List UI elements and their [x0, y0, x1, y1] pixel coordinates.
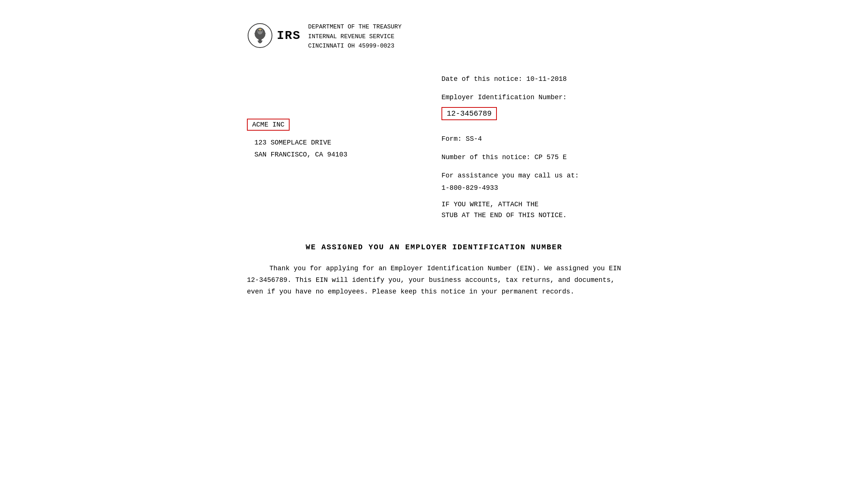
form-value: SS-4	[466, 135, 482, 143]
ein-value-box: 12-3456789	[441, 107, 497, 120]
notice-num-value: CP 575 E	[534, 153, 566, 161]
svg-rect-9	[259, 37, 262, 41]
address-line1: 123 SOMEPLACE DRIVE	[254, 137, 427, 149]
form-label: Form:	[441, 135, 462, 143]
ein-block: Employer Identification Number: 12-34567…	[441, 92, 621, 127]
svg-point-7	[259, 30, 260, 31]
write-line1: IF YOU WRITE, ATTACH THE	[441, 199, 621, 210]
svg-point-8	[261, 30, 262, 31]
form-block: Form: SS-4	[441, 134, 621, 144]
assistance-label: For assistance you may call us at:	[441, 170, 621, 181]
main-content: ACME INC 123 SOMEPLACE DRIVE SAN FRANCIS…	[247, 74, 621, 221]
notice-number-block: Number of this notice: CP 575 E	[441, 152, 621, 163]
left-column: ACME INC 123 SOMEPLACE DRIVE SAN FRANCIS…	[247, 74, 427, 221]
agency-line3: CINCINNATI OH 45999-0023	[308, 42, 402, 51]
write-notice-block: IF YOU WRITE, ATTACH THE STUB AT THE END…	[441, 199, 621, 221]
date-block: Date of this notice: 10-11-2018	[441, 74, 621, 85]
body-title: WE ASSIGNED YOU AN EMPLOYER IDENTIFICATI…	[247, 243, 621, 252]
irs-acronym: IRS	[277, 29, 301, 43]
date-value: 10-11-2018	[526, 75, 567, 83]
company-name: ACME INC	[252, 121, 284, 128]
address-line2: SAN FRANCISCO, CA 94103	[254, 149, 427, 161]
header-section: IRS DEPARTMENT OF THE TREASURY INTERNAL …	[247, 22, 621, 51]
irs-logo: IRS	[247, 22, 301, 49]
write-line2: STUB AT THE END OF THIS NOTICE.	[441, 210, 621, 221]
assistance-block: For assistance you may call us at: 1-800…	[441, 170, 621, 192]
ein-value: 12-3456789	[447, 109, 492, 118]
body-section: WE ASSIGNED YOU AN EMPLOYER IDENTIFICATI…	[247, 243, 621, 297]
agency-line2: INTERNAL REVENUE SERVICE	[308, 32, 402, 42]
body-paragraph: Thank you for applying for an Employer I…	[247, 263, 621, 297]
ein-label: Employer Identification Number:	[441, 92, 621, 103]
phone-value: 1-800-829-4933	[441, 184, 621, 192]
right-column: Date of this notice: 10-11-2018 Employer…	[427, 74, 621, 221]
eagle-icon	[247, 22, 273, 49]
agency-line1: DEPARTMENT OF THE TREASURY	[308, 22, 402, 32]
agency-info: DEPARTMENT OF THE TREASURY INTERNAL REVE…	[308, 22, 402, 51]
company-name-box: ACME INC	[247, 119, 290, 131]
notice-num-label: Number of this notice:	[441, 153, 531, 161]
date-label: Date of this notice:	[441, 75, 522, 83]
